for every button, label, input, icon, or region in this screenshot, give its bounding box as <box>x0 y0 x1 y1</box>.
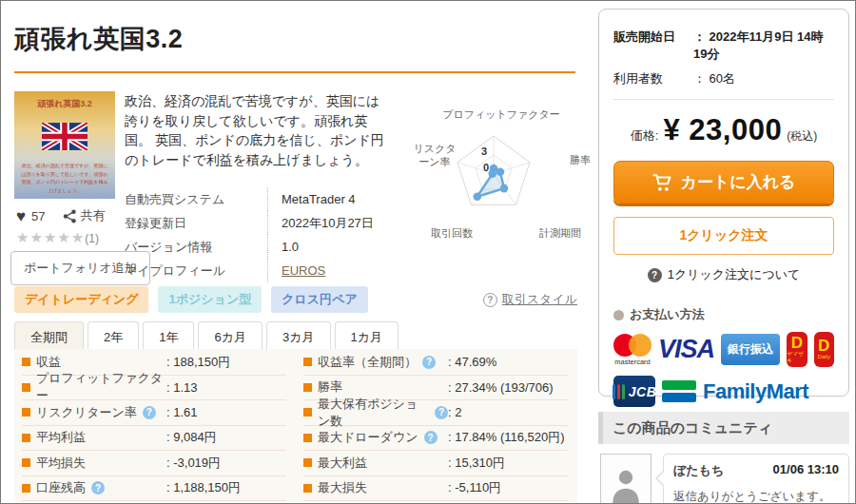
style-tag-0[interactable]: デイトレーディング <box>14 286 148 313</box>
stat-row: 最大損失: -5,110円 <box>303 476 568 502</box>
star-icons: ★★★★★ <box>16 229 85 245</box>
stat-label: 平均損失 <box>22 455 166 472</box>
stat-label: 口座残高 <box>22 479 166 496</box>
stat-row: 口座残高: 1,188,150円 <box>22 476 286 502</box>
sale-date-label: 販売開始日 <box>613 29 693 63</box>
product-thumbnail[interactable]: 頑張れ英国3.2 政治、経済の混乱で苦境ですが、英国には誇りを取り戻して欲しいで… <box>14 91 115 199</box>
stats-column-left: 収益: 188,150円プロフィットファクター: 1.13リスクリターン率: 1… <box>14 350 296 502</box>
radar-axis-win-rate: 勝率 <box>570 153 591 167</box>
bullet-icon <box>303 358 312 366</box>
profile-link[interactable]: EUROS <box>267 259 325 282</box>
style-tag-2[interactable]: クロス円ペア <box>271 286 368 313</box>
stats-column-right: 収益率（全期間）: 47.69%勝率: 27.34% (193/706)最大保有… <box>296 350 577 502</box>
stat-value: : 188,150円 <box>166 354 230 371</box>
detail-row-profile: マイプロフィール EUROS <box>125 259 410 282</box>
stat-value: : 27.34% (193/706) <box>448 380 554 395</box>
divider <box>613 99 834 100</box>
price-label: 価格: <box>631 127 659 145</box>
svg-text:0: 0 <box>483 162 489 173</box>
detail-value: MetaTrader 4 <box>267 187 356 211</box>
bullet-icon <box>22 358 30 366</box>
thumbnail-title: 頑張れ英国3.2 <box>14 98 115 110</box>
bullet-icon <box>303 383 312 392</box>
sale-date-value: ： 2022年11月9日 14時19分 <box>693 29 834 63</box>
detail-row-system: 自動売買システム MetaTrader 4 <box>125 187 410 211</box>
users-label: 利用者数 <box>613 70 693 87</box>
daily-yamazaki-icon: Dヤマザキ <box>787 332 807 367</box>
help-icon <box>483 293 497 307</box>
share-button[interactable]: 共有 <box>63 207 106 224</box>
one-click-about-link[interactable]: 1クリック注文について <box>613 266 834 283</box>
stat-value: : 2 <box>448 405 461 419</box>
bullet-icon <box>22 458 30 467</box>
trade-style-link[interactable]: 取引スタイル <box>483 291 577 308</box>
radar-chart: プロフィットファクター 勝率 計測期間 取引回数 リスクターン率 30 <box>408 94 594 256</box>
detail-label: バージョン情報 <box>125 239 267 256</box>
stats-table: 収益: 188,150円プロフィットファクター: 1.13リスクリターン率: 1… <box>14 349 577 502</box>
one-click-about-label: 1クリック注文について <box>668 266 801 283</box>
help-icon[interactable] <box>422 356 436 369</box>
radar-plot: 30 <box>437 123 551 229</box>
heart-icon[interactable]: ♥ <box>16 208 26 224</box>
stat-value: : 1.13 <box>166 380 198 395</box>
stat-value: : 47.69% <box>448 355 496 369</box>
cart-button-label: カートに入れる <box>681 171 796 193</box>
stat-row: 最大保有ポジション数: 2 <box>303 400 568 426</box>
bullet-icon <box>303 458 312 467</box>
product-page: 頑張れ英国3.2 頑張れ英国3.2 政治、経済の混乱で苦境ですが、英国には誇りを… <box>0 0 856 504</box>
detail-label: マイプロフィール <box>125 262 267 280</box>
share-label: 共有 <box>81 207 106 224</box>
stat-label: 最大保有ポジション数 <box>303 396 448 430</box>
help-icon[interactable] <box>424 431 438 444</box>
comment-author: ぼたもち <box>673 462 724 479</box>
bullet-icon <box>303 434 312 442</box>
price-value: ¥ 23,000 <box>663 113 782 147</box>
community-section-title: この商品のコミュニティ <box>598 412 849 444</box>
help-icon[interactable] <box>143 406 156 419</box>
thumbnail-caption: 政治、経済の混乱で苦境ですが、英国には誇りを取り戻して欲しいです。頑張れ英国、ポ… <box>14 162 115 194</box>
person-icon <box>611 468 641 504</box>
stat-label: 平均利益 <box>22 429 166 446</box>
stat-label: 最大損失 <box>303 479 448 496</box>
jcb-icon: JCB <box>613 376 655 407</box>
avatar <box>600 454 652 504</box>
users-value: ： 60名 <box>693 70 735 87</box>
comment-timestamp: 01/06 13:10 <box>773 462 839 479</box>
comment-text: 返信ありがとうございます。 EAは常にONにしておりますが、VPSの再起動は <box>673 488 839 504</box>
stat-label: 最大利益 <box>303 455 448 472</box>
style-tags: デイトレーディング1ポジション型クロス円ペア <box>14 286 368 313</box>
stat-row: 最大ドローダウン: 17.84% (116,520円) <box>303 426 568 452</box>
bank-transfer-icon: 銀行振込 <box>721 334 780 365</box>
stat-value: : -5,110円 <box>448 479 501 496</box>
bullet-icon <box>303 408 312 417</box>
comment-bubble: ぼたもち 01/06 13:10 返信ありがとうございます。 EAは常にONにし… <box>663 454 849 504</box>
bullet-icon <box>613 310 624 320</box>
stat-value: : -3,019円 <box>166 455 221 472</box>
likes-count: 57 <box>31 209 45 223</box>
rating-count: (1) <box>85 232 99 245</box>
product-description: 政治、経済の混乱で苦境ですが、英国には誇りを取り戻して欲しいです。頑張れ英国。 … <box>125 91 387 170</box>
help-icon[interactable] <box>91 481 105 494</box>
sale-date-row: 販売開始日 ： 2022年11月9日 14時19分 <box>613 29 834 63</box>
stat-value: : 17.84% (116,520円) <box>448 429 565 446</box>
style-tag-1[interactable]: 1ポジション型 <box>158 286 262 313</box>
tax-note: (税込) <box>787 128 817 145</box>
stat-row: 平均損失: -3,019円 <box>22 451 286 476</box>
familymart-icon: FamilyMart <box>662 379 808 404</box>
help-icon[interactable] <box>435 406 448 419</box>
add-to-cart-button[interactable]: カートに入れる <box>613 161 834 204</box>
visa-icon: VISA <box>658 335 714 364</box>
detail-label: 登録更新日 <box>125 215 267 232</box>
svg-text:3: 3 <box>481 145 487 157</box>
stat-label: 収益率（全期間） <box>303 354 448 371</box>
rating-stars[interactable]: ★★★★★(1) <box>16 229 99 246</box>
stat-row: 最大利益: 15,310円 <box>303 451 568 476</box>
stat-row: リスクリターン率: 1.61 <box>22 400 286 426</box>
one-click-order-button[interactable]: 1クリック注文 <box>613 217 834 255</box>
stat-row: 収益率（全期間）: 47.69% <box>303 350 568 376</box>
social-row: ♥ 57 共有 <box>16 207 106 224</box>
cart-icon <box>652 173 673 192</box>
trade-style-label: 取引スタイル <box>502 291 577 308</box>
detail-row-version: バージョン情報 1.0 <box>125 235 410 259</box>
detail-label: 自動売買システム <box>125 191 267 208</box>
